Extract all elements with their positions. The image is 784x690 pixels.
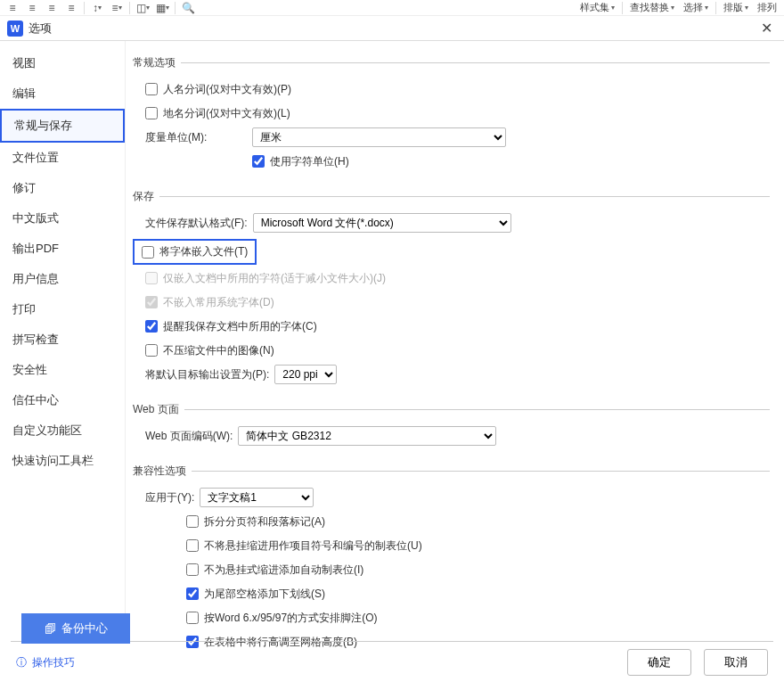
name-split-checkbox[interactable]: 人名分词(仅对中文有效)(P) (145, 82, 291, 97)
align-center-icon[interactable]: ≡ (23, 1, 41, 15)
backup-icon: 🗐 (45, 622, 56, 636)
compat-legend: 兼容性选项 (133, 464, 192, 479)
web-group: Web 页面 Web 页面编码(W): 简体中文 GB2312 (133, 402, 770, 456)
compat-apply-select[interactable]: 文字文稿1 (200, 488, 314, 507)
sidebar-item-edit[interactable]: 编辑 (0, 78, 125, 109)
backup-center-button[interactable]: 🗐 备份中心 (21, 613, 130, 644)
find-replace-button[interactable]: 查找替换▾ (626, 1, 678, 14)
save-group: 保存 文件保存默认格式(F): Microsoft Word 文件(*.docx… (133, 189, 770, 395)
default-format-label: 文件保存默认格式(F): (145, 216, 248, 231)
styleset-button[interactable]: 样式集▾ (576, 1, 618, 14)
sidebar-item-file-location[interactable]: 文件位置 (0, 143, 125, 173)
table-icon[interactable]: ▦▾ (153, 1, 171, 15)
no-compress-img-checkbox[interactable]: 不压缩文件中的图像(N) (145, 343, 274, 358)
use-char-unit-checkbox[interactable]: 使用字符单位(H) (252, 154, 349, 169)
compat-opt-0[interactable]: 拆分分页符和段落标记(A) (186, 514, 325, 530)
sidebar-item-spellcheck[interactable]: 拼写检查 (0, 324, 125, 355)
compat-opt-2[interactable]: 不为悬挂式缩进添加自动制表位(I) (186, 563, 363, 578)
compat-opt-1[interactable]: 不将悬挂缩进用作项目符号和编号的制表位(U) (186, 538, 422, 554)
list-bullet-icon[interactable]: ≡▾ (108, 1, 126, 15)
remind-fonts-checkbox[interactable]: 提醒我保存文档中所用的字体(C) (145, 319, 317, 334)
content-panel: 常规选项 人名分词(仅对中文有效)(P) 地名分词(仅对中文有效)(L) 度量单… (125, 41, 784, 640)
web-encoding-label: Web 页面编码(W): (145, 429, 233, 444)
title-bar: W 选项 ✕ (0, 16, 784, 41)
dialog-title: 选项 (29, 21, 755, 37)
info-icon: ⓘ (16, 655, 27, 670)
sidebar-item-customize-ribbon[interactable]: 自定义功能区 (0, 415, 125, 446)
compat-opt-3[interactable]: 为尾部空格添加下划线(S) (186, 587, 325, 602)
align-left-icon[interactable]: ≡ (4, 1, 21, 15)
web-encoding-select[interactable]: 简体中文 GB2312 (238, 426, 496, 446)
sidebar-item-cjk-layout[interactable]: 中文版式 (0, 203, 125, 234)
default-target-label: 将默认目标输出设置为(P): (145, 367, 269, 382)
app-logo-icon: W (7, 21, 23, 37)
sidebar-item-export-pdf[interactable]: 输出PDF (0, 234, 125, 264)
sidebar-item-quick-access[interactable]: 快速访问工具栏 (0, 446, 125, 476)
tips-link[interactable]: ⓘ 操作技巧 (16, 655, 75, 670)
sidebar-item-general-save[interactable]: 常规与保存 (0, 109, 125, 143)
close-icon[interactable]: ✕ (755, 18, 777, 39)
align-justify-icon[interactable]: ≡ (62, 1, 80, 15)
embed-fonts-highlight: 将字体嵌入文件(T) (133, 239, 257, 265)
web-legend: Web 页面 (133, 402, 184, 417)
line-spacing-icon[interactable]: ↕▾ (88, 1, 106, 15)
general-group: 常规选项 人名分词(仅对中文有效)(P) 地名分词(仅对中文有效)(L) 度量单… (133, 55, 770, 182)
format-painter-icon[interactable]: ◫▾ (134, 1, 151, 15)
cancel-button[interactable]: 取消 (704, 649, 768, 676)
embed-only-used-checkbox: 仅嵌入文档中所用的字符(适于减小文件大小)(J) (145, 271, 386, 286)
sidebar-item-revisions[interactable]: 修订 (0, 173, 125, 203)
arrange1-button[interactable]: 排版▾ (720, 1, 752, 14)
default-target-select[interactable]: 220 ppi (274, 365, 337, 384)
sidebar-item-trust-center[interactable]: 信任中心 (0, 385, 125, 415)
no-system-fonts-checkbox: 不嵌入常用系统字体(D) (145, 295, 274, 310)
ok-button[interactable]: 确定 (627, 649, 691, 676)
default-format-select[interactable]: Microsoft Word 文件(*.docx) (253, 213, 511, 233)
place-split-checkbox[interactable]: 地名分词(仅对中文有效)(L) (145, 106, 290, 121)
sidebar-item-print[interactable]: 打印 (0, 294, 125, 324)
embed-fonts-checkbox[interactable]: 将字体嵌入文件(T) (142, 244, 248, 259)
sidebar-item-view[interactable]: 视图 (0, 48, 125, 78)
compat-opt-4[interactable]: 按Word 6.x/95/97的方式安排脚注(O) (186, 611, 377, 626)
general-legend: 常规选项 (133, 55, 181, 70)
sidebar-item-security[interactable]: 安全性 (0, 355, 125, 385)
compat-opt-5[interactable]: 在表格中将行高调至网格高度(B) (186, 635, 357, 650)
unit-select[interactable]: 厘米 (252, 127, 506, 147)
select-button[interactable]: 选择▾ (680, 1, 712, 14)
unit-label: 度量单位(M): (145, 130, 252, 145)
arrange2-button[interactable]: 排列 (754, 1, 780, 14)
search-icon[interactable]: 🔍 (179, 1, 197, 15)
save-legend: 保存 (133, 189, 159, 204)
sidebar-item-user-info[interactable]: 用户信息 (0, 264, 125, 294)
sidebar: 视图 编辑 常规与保存 文件位置 修订 中文版式 输出PDF 用户信息 打印 拼… (0, 41, 125, 640)
align-right-icon[interactable]: ≡ (43, 1, 61, 15)
compat-apply-label: 应用于(Y): (145, 490, 194, 505)
compat-group: 兼容性选项 应用于(Y): 文字文稿1 拆分分页符和段落标记(A) 不将悬挂缩进… (133, 464, 770, 662)
top-toolbar: ≡ ≡ ≡ ≡ ↕▾ ≡▾ ◫▾ ▦▾ 🔍 样式集▾ 查找替换▾ 选择▾ 排版▾… (0, 0, 784, 16)
